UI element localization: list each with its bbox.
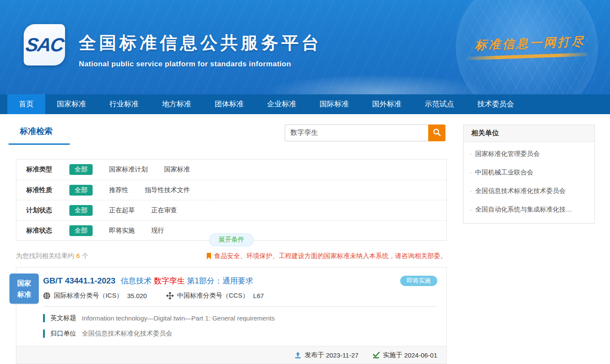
filter-all-button[interactable]: 全部 <box>69 225 93 236</box>
bookmark-icon <box>206 253 212 260</box>
site-title: 全国标准信息公共服务平台 <box>79 31 322 55</box>
expand-conditions-button[interactable]: 展开条件 <box>209 233 254 246</box>
filter-option[interactable]: 正在审查 <box>151 206 177 215</box>
status-badge: 即将实施 <box>400 276 437 286</box>
card-meta-row: 国际标准分类号（ICS） 35.020 <box>43 292 437 300</box>
filter-row-standard-nature: 标准性质 全部 推荐性 指导性技术文件 <box>16 180 446 200</box>
implemented-label: 实施于 <box>383 351 402 359</box>
bullet-dot: · <box>470 150 472 157</box>
section-title: 标准检索 <box>20 126 53 137</box>
nav-item-technical-committee[interactable]: 技术委员会 <box>466 94 526 114</box>
compass-cross-icon <box>166 292 174 299</box>
card-footer: 发布于 2023-11-27 实施于 2024-06-01 <box>16 346 446 364</box>
search-input[interactable] <box>285 124 428 141</box>
related-unit-item[interactable]: ·全国信息技术标准化技术委员会 <box>464 182 594 200</box>
nav-list: 首页 国家标准 行业标准 地方标准 团体标准 企业标准 国际标准 国外标准 示范… <box>0 94 610 114</box>
results-summary: 为您找到相关结果约6个 <box>16 252 88 260</box>
nav-item-industry-standards[interactable]: 行业标准 <box>98 94 150 114</box>
filter-option[interactable]: 即将实施 <box>109 227 135 235</box>
filter-row-standard-type: 标准类型 全部 国家标准计划 国家标准 <box>16 159 446 180</box>
type-badge-line1: 国家 <box>9 278 39 289</box>
filter-option[interactable]: 国家标准计划 <box>109 165 148 174</box>
field-marker-bar <box>43 314 45 322</box>
related-units-list: ·国家标准化管理委员会 ·中国机械工业联合会 ·全国信息技术标准化技术委员会 ·… <box>464 142 594 223</box>
header-glow-decoration <box>256 73 498 94</box>
site-subtitle: National public service platform for sta… <box>79 60 322 68</box>
field-label: 归口单位 <box>50 330 76 338</box>
filter-option[interactable]: 推荐性 <box>109 186 128 194</box>
field-marker-bar <box>43 330 45 338</box>
field-value: Information technology—Digital twin—Part… <box>82 314 275 322</box>
type-badge-line2: 标准 <box>9 289 39 300</box>
sac-logo[interactable]: SAC <box>24 24 65 65</box>
publish-upload-icon <box>294 352 302 359</box>
filter-panel: 标准类型 全部 国家标准计划 国家标准 标准性质 全部 推荐性 指导性技术文件 … <box>16 159 447 241</box>
field-row-committee: 归口单位 全国信息技术标准化技术委员会 <box>43 330 437 338</box>
summary-prefix: 为您找到相关结果约 <box>16 252 74 259</box>
filter-option[interactable]: 现行 <box>151 227 164 235</box>
search-box <box>285 124 445 141</box>
related-unit-item[interactable]: ·全国自动化系统与集成标准化技… <box>464 200 594 219</box>
filter-option[interactable]: 正在起草 <box>109 206 135 215</box>
published-date: 2023-11-27 <box>326 352 358 359</box>
nav-item-international-standards[interactable]: 国际标准 <box>308 94 361 114</box>
notice-text: 食品安全、环境保护、工程建设方面的国家标准未纳入本系统，请咨询相关部委。 <box>214 252 447 260</box>
filter-label: 计划状态 <box>26 206 57 215</box>
search-section: 标准检索 <box>16 124 447 151</box>
standard-type-badge: 国家 标准 <box>9 274 39 304</box>
result-card: 国家 标准 GB/T 43441.1-2023 信息技术 数字孪生 第1部分：通… <box>16 267 447 364</box>
title-part1: 信息技术 <box>121 277 152 285</box>
results-summary-row: 为您找到相关结果约6个 食品安全、环境保护、工程建设方面的国家标准未纳入本系统，… <box>16 252 447 260</box>
search-button[interactable] <box>428 124 445 141</box>
implemented-date: 2024-06-01 <box>404 352 437 359</box>
title-part2: 第1部分：通用要求 <box>187 277 253 285</box>
bullet-dot: · <box>470 168 472 176</box>
main-column: 标准检索 标准类型 全部 国家标准计划 <box>16 124 447 364</box>
filter-all-button[interactable]: 全部 <box>69 205 93 216</box>
section-title-underline <box>9 143 70 145</box>
related-unit-item[interactable]: ·国家标准化管理委员会 <box>464 145 594 163</box>
sidebar: 相关单位 ·国家标准化管理委员会 ·中国机械工业联合会 ·全国信息技术标准化技术… <box>463 124 595 364</box>
filter-all-button[interactable]: 全部 <box>69 164 93 175</box>
published-label: 发布于 <box>305 351 324 359</box>
nav-item-enterprise-standards[interactable]: 企业标准 <box>255 94 308 114</box>
filter-label: 标准类型 <box>26 165 57 174</box>
implemented-date-item: 实施于 2024-06-01 <box>372 351 437 359</box>
summary-suffix: 个 <box>82 252 88 259</box>
nav-item-group-standards[interactable]: 团体标准 <box>203 94 255 114</box>
system-notice: 食品安全、环境保护、工程建设方面的国家标准未纳入本系统，请咨询相关部委。 <box>206 252 447 260</box>
standard-title-link[interactable]: 信息技术 数字孪生 第1部分：通用要求 <box>121 276 253 286</box>
implement-check-icon <box>372 352 380 359</box>
filter-option[interactable]: 指导性技术文件 <box>145 186 190 194</box>
nav-item-foreign-standards[interactable]: 国外标准 <box>361 94 413 114</box>
title-highlight: 数字孪生 <box>154 277 185 285</box>
ics-meta: 国际标准分类号（ICS） 35.020 <box>43 292 147 300</box>
filter-row-plan-status: 计划状态 全部 正在起草 正在审查 <box>16 200 446 220</box>
bullet-dot: · <box>470 187 472 194</box>
nav-item-pilot[interactable]: 示范试点 <box>413 94 466 114</box>
search-icon <box>433 128 441 138</box>
bullet-dot: · <box>470 205 472 213</box>
filter-label: 标准状态 <box>26 227 57 235</box>
ccs-value: L67 <box>253 292 264 299</box>
globe-icon <box>43 292 50 299</box>
field-row-english-title: 英文标题 Information technology—Digital twin… <box>43 314 437 322</box>
ccs-meta: 中国标准分类号（CCS） L67 <box>166 292 264 300</box>
related-unit-item[interactable]: ·中国机械工业联合会 <box>464 163 594 182</box>
brand-block: 全国标准信息公共服务平台 National public service pla… <box>79 31 322 68</box>
filter-all-button[interactable]: 全部 <box>69 185 93 196</box>
nav-item-national-standards[interactable]: 国家标准 <box>45 94 98 114</box>
related-units-panel: 相关单位 ·国家标准化管理委员会 ·中国机械工业联合会 ·全国信息技术标准化技术… <box>463 124 595 224</box>
results-count: 6 <box>76 252 80 259</box>
ccs-label: 中国标准分类号（CCS） <box>177 292 249 300</box>
card-divider <box>43 306 437 307</box>
main-nav: 首页 国家标准 行业标准 地方标准 团体标准 企业标准 国际标准 国外标准 示范… <box>0 94 610 114</box>
nav-item-local-standards[interactable]: 地方标准 <box>150 94 203 114</box>
field-label: 英文标题 <box>50 314 76 322</box>
filter-label: 标准性质 <box>26 186 57 194</box>
standard-code-link[interactable]: GB/T 43441.1-2023 <box>43 276 115 286</box>
filter-option[interactable]: 国家标准 <box>164 165 190 174</box>
related-units-title: 相关单位 <box>464 125 594 142</box>
nav-item-home[interactable]: 首页 <box>7 94 45 114</box>
site-header: 标准信息一网打尽 SAC 全国标准信息公共服务平台 National publi… <box>0 0 610 94</box>
